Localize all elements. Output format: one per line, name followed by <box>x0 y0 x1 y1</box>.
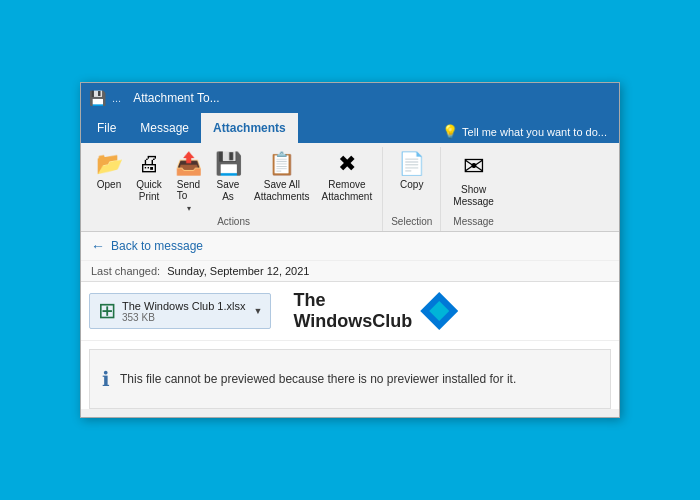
open-label: Open <box>97 179 121 191</box>
window-title: Attachment To... <box>133 91 220 105</box>
windows-club-logo: The WindowsClub <box>293 290 458 332</box>
save-as-label: SaveAs <box>217 179 240 203</box>
save-as-icon: 💾 <box>215 151 242 177</box>
send-to-main[interactable]: 📤 SendTo <box>169 147 208 203</box>
open-icon: 📂 <box>96 151 123 177</box>
outlook-window: 💾 ... Attachment To... File Message Atta… <box>80 82 620 418</box>
logo-text: The WindowsClub <box>293 290 412 332</box>
save-as-button[interactable]: 💾 SaveAs <box>208 147 248 207</box>
send-to-label: SendTo <box>177 179 200 201</box>
send-to-icon: 📤 <box>175 151 202 177</box>
send-to-arrow[interactable]: ▾ <box>181 203 197 214</box>
attachment-dropdown-arrow[interactable]: ▼ <box>254 306 263 316</box>
back-arrow-icon: ← <box>91 238 105 254</box>
attachment-area: ⊞ The Windows Club 1.xlsx 353 KB ▼ The W… <box>81 282 619 341</box>
message-group-label: Message <box>445 214 502 231</box>
file-size: 353 KB <box>122 312 246 323</box>
excel-icon: ⊞ <box>98 298 116 324</box>
last-changed-date: Sunday, September 12, 2021 <box>167 265 309 277</box>
remove-label: RemoveAttachment <box>322 179 373 203</box>
attachment-item[interactable]: ⊞ The Windows Club 1.xlsx 353 KB ▼ <box>89 293 271 329</box>
ribbon-group-message: ✉ ShowMessage Message <box>441 147 506 231</box>
show-message-button[interactable]: ✉ ShowMessage <box>445 147 502 212</box>
title-bar: 💾 ... Attachment To... <box>81 83 619 113</box>
show-message-icon: ✉ <box>463 151 485 182</box>
selection-group-label: Selection <box>387 214 436 231</box>
tab-message[interactable]: Message <box>128 113 201 143</box>
actions-buttons: 📂 Open 🖨 QuickPrint 📤 SendTo ▾ <box>89 147 378 214</box>
actions-group-label: Actions <box>89 214 378 231</box>
save-all-label: Save AllAttachments <box>254 179 310 203</box>
last-changed-label: Last changed: <box>91 265 160 277</box>
show-message-label: ShowMessage <box>453 184 494 208</box>
preview-area: ℹ This file cannot be previewed because … <box>89 349 611 409</box>
tab-file[interactable]: File <box>85 113 128 143</box>
title-dots: ... <box>112 92 121 104</box>
ribbon-tabs: File Message Attachments 💡 Tell me what … <box>81 113 619 143</box>
save-all-button[interactable]: 📋 Save AllAttachments <box>248 147 316 207</box>
quick-print-button[interactable]: 🖨 QuickPrint <box>129 147 169 207</box>
content-area: ← Back to message Last changed: Sunday, … <box>81 232 619 409</box>
send-to-button[interactable]: 📤 SendTo ▾ <box>169 147 208 214</box>
info-icon: ℹ <box>102 367 110 391</box>
file-name: The Windows Club 1.xlsx <box>122 300 246 312</box>
selection-buttons: 📄 Copy <box>392 147 432 214</box>
last-changed-bar: Last changed: Sunday, September 12, 2021 <box>81 261 619 282</box>
ribbon-group-actions: 📂 Open 🖨 QuickPrint 📤 SendTo ▾ <box>85 147 383 231</box>
ribbon-area: 📂 Open 🖨 QuickPrint 📤 SendTo ▾ <box>81 143 619 232</box>
open-button[interactable]: 📂 Open <box>89 147 129 195</box>
tab-tell-me[interactable]: 💡 Tell me what you want to do... <box>434 120 615 143</box>
bulb-icon: 💡 <box>442 124 458 139</box>
back-label[interactable]: Back to message <box>111 239 203 253</box>
copy-button[interactable]: 📄 Copy <box>392 147 432 195</box>
ribbon-group-selection: 📄 Copy Selection <box>383 147 441 231</box>
file-info: The Windows Club 1.xlsx 353 KB <box>122 300 246 323</box>
save-icon: 💾 <box>89 90 106 106</box>
save-all-icon: 📋 <box>268 151 295 177</box>
message-buttons: ✉ ShowMessage <box>445 147 502 214</box>
remove-icon: ✖ <box>338 151 356 177</box>
remove-attachment-button[interactable]: ✖ RemoveAttachment <box>316 147 379 207</box>
tab-attachments[interactable]: Attachments <box>201 113 298 143</box>
quick-print-label: QuickPrint <box>136 179 162 203</box>
copy-label: Copy <box>400 179 423 191</box>
copy-icon: 📄 <box>398 151 425 177</box>
print-icon: 🖨 <box>138 151 160 177</box>
preview-text: This file cannot be previewed because th… <box>120 372 516 386</box>
back-bar[interactable]: ← Back to message <box>81 232 619 261</box>
